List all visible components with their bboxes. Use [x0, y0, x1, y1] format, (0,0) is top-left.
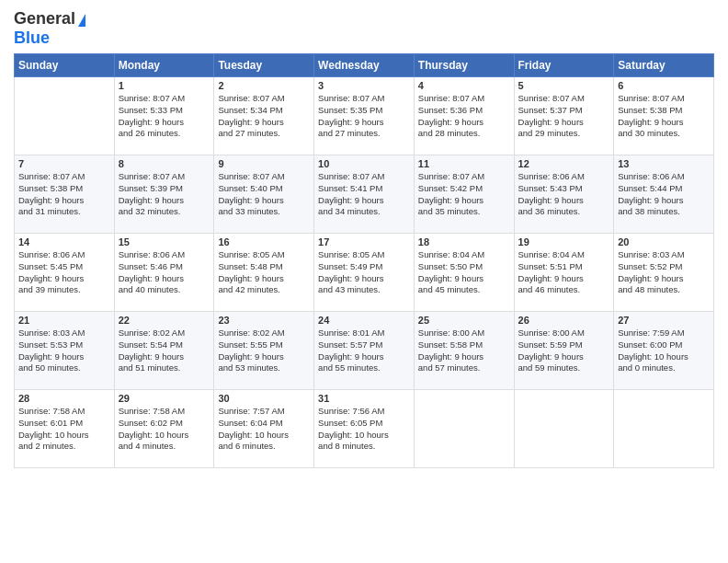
calendar-cell: 9Sunrise: 8:07 AM Sunset: 5:40 PM Daylig…: [214, 155, 314, 234]
day-number: 6: [618, 80, 710, 91]
day-info: Sunrise: 8:04 AM Sunset: 5:50 PM Dayligh…: [418, 249, 510, 296]
calendar-cell: 13Sunrise: 8:06 AM Sunset: 5:44 PM Dayli…: [614, 155, 714, 234]
calendar-cell: 23Sunrise: 8:02 AM Sunset: 5:55 PM Dayli…: [214, 312, 314, 390]
day-number: 11: [418, 158, 510, 169]
day-number: 31: [318, 393, 410, 404]
calendar-cell: [414, 390, 514, 468]
day-info: Sunrise: 8:07 AM Sunset: 5:42 PM Dayligh…: [418, 171, 510, 218]
day-info: Sunrise: 8:07 AM Sunset: 5:34 PM Dayligh…: [218, 93, 310, 140]
logo-arrow-icon: [78, 14, 85, 27]
weekday-header-tuesday: Tuesday: [214, 54, 314, 77]
day-number: 26: [518, 315, 610, 326]
day-number: 29: [119, 393, 210, 404]
day-info: Sunrise: 8:06 AM Sunset: 5:46 PM Dayligh…: [119, 249, 210, 296]
day-info: Sunrise: 7:58 AM Sunset: 6:02 PM Dayligh…: [119, 406, 210, 453]
day-number: 2: [218, 80, 310, 91]
day-number: 27: [618, 315, 710, 326]
calendar-cell: [514, 390, 614, 468]
day-number: 7: [18, 158, 110, 169]
day-info: Sunrise: 8:07 AM Sunset: 5:36 PM Dayligh…: [418, 93, 510, 140]
calendar-week-1: 7Sunrise: 8:07 AM Sunset: 5:38 PM Daylig…: [15, 155, 714, 234]
weekday-header-wednesday: Wednesday: [314, 54, 415, 77]
day-info: Sunrise: 8:01 AM Sunset: 5:57 PM Dayligh…: [318, 327, 410, 374]
day-info: Sunrise: 8:05 AM Sunset: 5:48 PM Dayligh…: [218, 249, 310, 296]
weekday-header-thursday: Thursday: [414, 54, 514, 77]
day-number: 8: [119, 158, 210, 169]
calendar-cell: 17Sunrise: 8:05 AM Sunset: 5:49 PM Dayli…: [314, 234, 415, 312]
day-number: 18: [418, 236, 510, 247]
day-number: 15: [119, 236, 210, 247]
day-info: Sunrise: 8:06 AM Sunset: 5:45 PM Dayligh…: [18, 249, 110, 296]
day-number: 1: [119, 80, 210, 91]
calendar-cell: 2Sunrise: 8:07 AM Sunset: 5:34 PM Daylig…: [214, 77, 314, 155]
day-info: Sunrise: 8:06 AM Sunset: 5:44 PM Dayligh…: [618, 171, 710, 218]
day-number: 21: [18, 315, 110, 326]
calendar-cell: 25Sunrise: 8:00 AM Sunset: 5:58 PM Dayli…: [414, 312, 514, 390]
logo-general-text: General: [14, 9, 75, 29]
calendar-cell: 12Sunrise: 8:06 AM Sunset: 5:43 PM Dayli…: [514, 155, 614, 234]
calendar-week-3: 21Sunrise: 8:03 AM Sunset: 5:53 PM Dayli…: [15, 312, 714, 390]
calendar-cell: 20Sunrise: 8:03 AM Sunset: 5:52 PM Dayli…: [614, 234, 714, 312]
weekday-header-saturday: Saturday: [614, 54, 714, 77]
day-number: 16: [218, 236, 310, 247]
calendar-week-0: 1Sunrise: 8:07 AM Sunset: 5:33 PM Daylig…: [15, 77, 714, 155]
day-info: Sunrise: 8:00 AM Sunset: 5:59 PM Dayligh…: [518, 327, 610, 374]
calendar-cell: 22Sunrise: 8:02 AM Sunset: 5:54 PM Dayli…: [114, 312, 214, 390]
day-info: Sunrise: 8:03 AM Sunset: 5:52 PM Dayligh…: [618, 249, 710, 296]
calendar-cell: 4Sunrise: 8:07 AM Sunset: 5:36 PM Daylig…: [414, 77, 514, 155]
calendar-table: SundayMondayTuesdayWednesdayThursdayFrid…: [14, 53, 714, 468]
day-number: 10: [318, 158, 410, 169]
day-number: 30: [218, 393, 310, 404]
calendar-cell: 11Sunrise: 8:07 AM Sunset: 5:42 PM Dayli…: [414, 155, 514, 234]
logo: General Blue: [14, 9, 85, 48]
day-info: Sunrise: 8:07 AM Sunset: 5:37 PM Dayligh…: [518, 93, 610, 140]
calendar-cell: 29Sunrise: 7:58 AM Sunset: 6:02 PM Dayli…: [114, 390, 214, 468]
day-info: Sunrise: 7:57 AM Sunset: 6:04 PM Dayligh…: [218, 406, 310, 453]
day-number: 3: [318, 80, 410, 91]
day-number: 24: [318, 315, 410, 326]
calendar-cell: 15Sunrise: 8:06 AM Sunset: 5:46 PM Dayli…: [114, 234, 214, 312]
day-info: Sunrise: 8:04 AM Sunset: 5:51 PM Dayligh…: [518, 249, 610, 296]
calendar-cell: 7Sunrise: 8:07 AM Sunset: 5:38 PM Daylig…: [15, 155, 115, 234]
day-number: 23: [218, 315, 310, 326]
day-info: Sunrise: 7:58 AM Sunset: 6:01 PM Dayligh…: [18, 406, 110, 453]
day-number: 19: [518, 236, 610, 247]
day-info: Sunrise: 8:02 AM Sunset: 5:54 PM Dayligh…: [119, 327, 210, 374]
weekday-header-monday: Monday: [114, 54, 214, 77]
day-number: 17: [318, 236, 410, 247]
day-info: Sunrise: 8:07 AM Sunset: 5:38 PM Dayligh…: [18, 171, 110, 218]
calendar-cell: 28Sunrise: 7:58 AM Sunset: 6:01 PM Dayli…: [15, 390, 115, 468]
day-info: Sunrise: 8:03 AM Sunset: 5:53 PM Dayligh…: [18, 327, 110, 374]
day-info: Sunrise: 8:07 AM Sunset: 5:33 PM Dayligh…: [119, 93, 210, 140]
day-info: Sunrise: 8:07 AM Sunset: 5:35 PM Dayligh…: [318, 93, 410, 140]
header: General Blue: [14, 9, 714, 48]
calendar-cell: 27Sunrise: 7:59 AM Sunset: 6:00 PM Dayli…: [614, 312, 714, 390]
header-row: SundayMondayTuesdayWednesdayThursdayFrid…: [15, 54, 714, 77]
day-number: 22: [119, 315, 210, 326]
weekday-header-friday: Friday: [514, 54, 614, 77]
calendar-cell: 18Sunrise: 8:04 AM Sunset: 5:50 PM Dayli…: [414, 234, 514, 312]
day-info: Sunrise: 7:56 AM Sunset: 6:05 PM Dayligh…: [318, 406, 410, 453]
calendar-cell: 3Sunrise: 8:07 AM Sunset: 5:35 PM Daylig…: [314, 77, 415, 155]
calendar-cell: 8Sunrise: 8:07 AM Sunset: 5:39 PM Daylig…: [114, 155, 214, 234]
day-info: Sunrise: 8:07 AM Sunset: 5:39 PM Dayligh…: [119, 171, 210, 218]
day-info: Sunrise: 8:07 AM Sunset: 5:41 PM Dayligh…: [318, 171, 410, 218]
calendar-cell: 26Sunrise: 8:00 AM Sunset: 5:59 PM Dayli…: [514, 312, 614, 390]
day-number: 28: [18, 393, 110, 404]
calendar-cell: 16Sunrise: 8:05 AM Sunset: 5:48 PM Dayli…: [214, 234, 314, 312]
logo-blue-text: Blue: [14, 29, 50, 48]
calendar-week-4: 28Sunrise: 7:58 AM Sunset: 6:01 PM Dayli…: [15, 390, 714, 468]
calendar-cell: 14Sunrise: 8:06 AM Sunset: 5:45 PM Dayli…: [15, 234, 115, 312]
day-number: 5: [518, 80, 610, 91]
day-info: Sunrise: 8:00 AM Sunset: 5:58 PM Dayligh…: [418, 327, 510, 374]
calendar-week-2: 14Sunrise: 8:06 AM Sunset: 5:45 PM Dayli…: [15, 234, 714, 312]
day-number: 9: [218, 158, 310, 169]
calendar-cell: 21Sunrise: 8:03 AM Sunset: 5:53 PM Dayli…: [15, 312, 115, 390]
day-number: 12: [518, 158, 610, 169]
calendar-cell: 5Sunrise: 8:07 AM Sunset: 5:37 PM Daylig…: [514, 77, 614, 155]
page-container: General Blue SundayMondayTuesdayWednesda…: [0, 0, 728, 473]
calendar-cell: [614, 390, 714, 468]
day-info: Sunrise: 7:59 AM Sunset: 6:00 PM Dayligh…: [618, 327, 710, 374]
day-number: 20: [618, 236, 710, 247]
calendar-cell: 10Sunrise: 8:07 AM Sunset: 5:41 PM Dayli…: [314, 155, 415, 234]
